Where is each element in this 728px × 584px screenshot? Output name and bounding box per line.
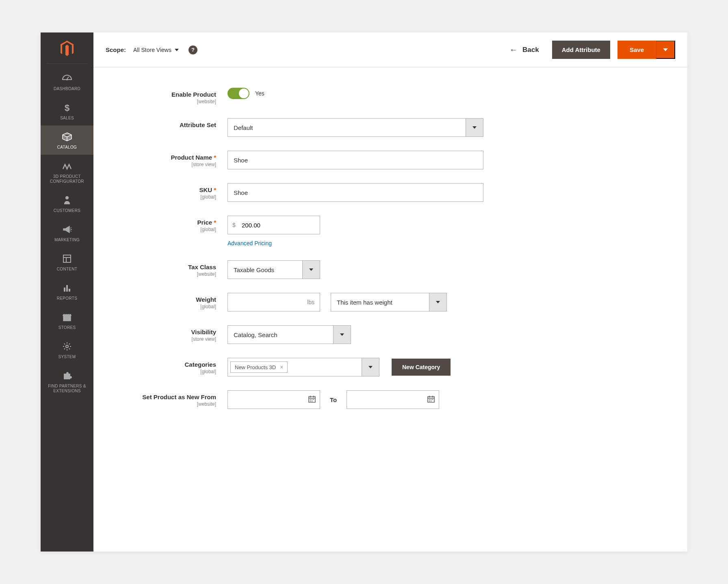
save-dropdown-button[interactable] — [656, 41, 675, 59]
svg-rect-25 — [432, 399, 433, 400]
remove-chip-icon[interactable]: × — [280, 364, 283, 370]
sidebar-item-label: DASHBOARD — [54, 87, 80, 91]
chevron-down-icon — [472, 126, 477, 129]
categories-chip-box: New Products 3D × — [228, 358, 362, 376]
scope-selector[interactable]: All Store Views — [133, 47, 179, 53]
sidebar-item-reports[interactable]: REPORTS — [41, 277, 93, 306]
weight-unit: lbs — [307, 299, 314, 305]
label-sku: SKU — [199, 186, 212, 193]
scope-value: All Store Views — [133, 47, 171, 53]
weight-input[interactable] — [228, 293, 320, 311]
enable-product-toggle[interactable] — [228, 88, 249, 99]
new-category-button[interactable]: New Category — [392, 359, 451, 376]
field-enable-product: Enable Product [website] Yes — [110, 88, 671, 104]
required-indicator: * — [214, 154, 216, 161]
label-categories: Categories — [110, 361, 216, 368]
sidebar-item-system[interactable]: SYSTEM — [41, 335, 93, 364]
label-tax-class: Tax Class — [110, 264, 216, 270]
3d-icon — [62, 160, 72, 172]
chevron-down-icon — [340, 333, 344, 336]
svg-rect-3 — [63, 255, 71, 262]
save-button[interactable]: Save — [618, 41, 656, 59]
sidebar-nav: DASHBOARD $ SALES CATALOG 3D PRODUCT CON… — [41, 64, 93, 398]
svg-rect-18 — [312, 401, 312, 402]
scope-hint: [store view] — [110, 162, 216, 167]
scope-hint: [global] — [110, 304, 216, 309]
dollar-icon: $ — [64, 102, 70, 113]
label-new-from: Set Product as New From — [110, 394, 216, 400]
product-form: Enable Product [website] Yes Attribute S… — [93, 67, 687, 439]
svg-rect-14 — [310, 399, 311, 400]
dashboard-icon — [62, 73, 72, 84]
svg-rect-24 — [431, 399, 431, 400]
sidebar-item-catalog[interactable]: CATALOG — [41, 125, 93, 155]
field-weight: Weight [global] lbs This item has weight — [110, 293, 671, 311]
logo[interactable] — [46, 32, 88, 64]
dropdown-caret[interactable] — [333, 325, 351, 344]
svg-rect-15 — [312, 399, 312, 400]
label-product-name: Product Name — [171, 154, 212, 161]
svg-point-2 — [65, 196, 69, 199]
scope-label: Scope: — [106, 46, 126, 53]
back-button[interactable]: ← Back — [509, 45, 539, 54]
magento-logo-icon — [59, 40, 75, 58]
sidebar-item-sales[interactable]: $ SALES — [41, 96, 93, 125]
currency-symbol: $ — [232, 222, 236, 228]
sidebar-item-label: SALES — [60, 116, 74, 121]
calendar-icon[interactable] — [308, 395, 316, 404]
tax-class-select[interactable]: Taxable Goods — [228, 260, 320, 279]
sidebar-item-content[interactable]: CONTENT — [41, 247, 93, 277]
sidebar-item-stores[interactable]: STORES — [41, 306, 93, 335]
svg-point-0 — [66, 79, 68, 80]
required-indicator: * — [214, 186, 216, 193]
chevron-down-icon — [663, 48, 668, 51]
add-attribute-button[interactable]: Add Attribute — [552, 41, 610, 59]
gear-icon — [63, 341, 72, 352]
dropdown-caret[interactable] — [302, 260, 320, 279]
attribute-set-select[interactable]: Default — [228, 118, 483, 137]
sidebar-item-customers[interactable]: CUSTOMERS — [41, 189, 93, 218]
scope-hint: [store view] — [110, 336, 216, 342]
weight-type-value: This item has weight — [331, 293, 429, 311]
product-name-input[interactable] — [228, 151, 483, 169]
sidebar-item-partners[interactable]: FIND PARTNERS & EXTENSIONS — [41, 364, 93, 398]
help-icon[interactable]: ? — [188, 45, 197, 54]
label-enable-product: Enable Product — [110, 91, 216, 98]
svg-rect-7 — [66, 285, 68, 292]
person-icon — [63, 195, 71, 206]
label-attribute-set: Attribute Set — [110, 121, 216, 128]
sidebar-item-label: REPORTS — [57, 296, 77, 301]
svg-rect-6 — [64, 288, 65, 292]
dropdown-caret[interactable] — [362, 358, 379, 376]
sidebar-item-label: STORES — [58, 325, 76, 330]
required-indicator: * — [214, 219, 216, 226]
tax-class-value: Taxable Goods — [228, 260, 302, 279]
dropdown-caret[interactable] — [429, 293, 447, 311]
calendar-icon[interactable] — [427, 395, 435, 404]
label-price: Price — [197, 219, 212, 226]
sidebar-item-label: CUSTOMERS — [54, 208, 80, 213]
svg-rect-23 — [429, 399, 430, 400]
weight-type-select[interactable]: This item has weight — [331, 293, 447, 311]
sidebar-item-label: MARKETING — [54, 238, 80, 242]
new-from-date-input[interactable] — [228, 390, 320, 409]
to-label: To — [330, 396, 337, 403]
price-input[interactable] — [228, 216, 320, 234]
sidebar-item-label: CATALOG — [57, 145, 77, 150]
advanced-pricing-link[interactable]: Advanced Pricing — [228, 240, 272, 247]
sku-input[interactable] — [228, 183, 483, 202]
sidebar-item-label: SYSTEM — [58, 355, 76, 359]
scope-hint: [website] — [110, 271, 216, 277]
field-visibility: Visibility [store view] Catalog, Search — [110, 325, 671, 344]
field-categories: Categories [global] New Products 3D × — [110, 358, 671, 376]
storefront-icon — [62, 311, 72, 323]
layout-icon — [63, 253, 72, 264]
dropdown-caret[interactable] — [466, 118, 483, 137]
visibility-select[interactable]: Catalog, Search — [228, 325, 351, 344]
sidebar-item-marketing[interactable]: MARKETING — [41, 218, 93, 247]
new-to-date-input[interactable] — [347, 390, 439, 409]
sidebar-item-3d-configurator[interactable]: 3D PRODUCT CONFIGURATOR — [41, 155, 93, 189]
sidebar-item-dashboard[interactable]: DASHBOARD — [41, 67, 93, 96]
categories-select[interactable]: New Products 3D × — [228, 358, 379, 376]
field-attribute-set: Attribute Set Default — [110, 118, 671, 137]
